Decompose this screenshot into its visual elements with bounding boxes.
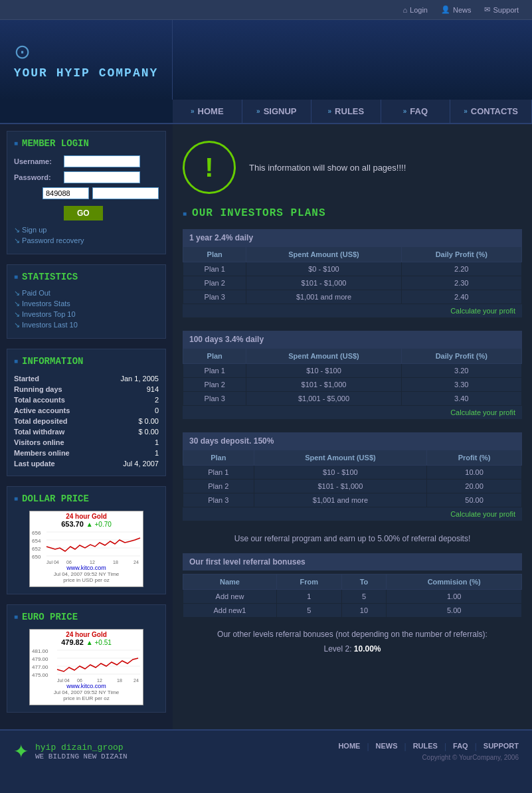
- paid-out-link[interactable]: Paid Out: [14, 289, 159, 298]
- content: ! This information will show on all page…: [173, 124, 532, 729]
- nav-faq[interactable]: FAQ: [381, 100, 451, 123]
- footer-logo-text: hyip dizain_groop: [35, 743, 128, 752]
- logo-text: YOUR HYIP COMPANY: [14, 66, 159, 80]
- support-link[interactable]: ✉ Support: [484, 5, 519, 14]
- dollar-price: 653.70: [61, 520, 84, 528]
- table-row: Running days914: [14, 384, 159, 395]
- nav: HOME SIGNUP RULES FAQ CONTACTS: [0, 100, 532, 124]
- dollar-price-title: DOLLAR PRICE: [14, 493, 159, 504]
- euro-change: ▲ +0.51: [86, 639, 112, 646]
- dollar-chart-svg: 656 654 652 650 Jul 04 06: [32, 528, 141, 565]
- signup-link[interactable]: Sign up: [14, 226, 159, 234]
- table-row: Plan 2$101 - $1,0002.30: [183, 276, 522, 290]
- footer-home-link[interactable]: HOME: [338, 742, 360, 751]
- svg-text:18: 18: [113, 560, 118, 565]
- euro-price-title: EURO PRICE: [14, 612, 159, 622]
- nav-signup[interactable]: SIGNUP: [242, 100, 312, 123]
- table-row: Members online1: [14, 448, 159, 458]
- table-row: Plan Spent Amount (US$) Profit (%): [183, 450, 522, 466]
- euro-chart: 24 hour Gold 479.82 ▲ +0.51 481.00 479.0…: [29, 629, 143, 705]
- footer-rules-link[interactable]: RULES: [413, 742, 438, 751]
- other-ref-text: Our other levels referral bonuses (not d…: [183, 628, 522, 656]
- auth-links: Sign up Password recovery: [14, 226, 159, 245]
- support-icon: ✉: [484, 5, 490, 14]
- logo-area: ⊙ YOUR HYIP COMPANY: [0, 20, 173, 100]
- plan-3-table: Plan Spent Amount (US$) Profit (%) Plan …: [183, 450, 522, 507]
- dollar-change: ▲ +0.70: [86, 521, 112, 528]
- footer-logo-icon: ✦: [13, 741, 29, 762]
- investors-top-link[interactable]: Investors Top 10: [14, 310, 159, 319]
- footer-links: HOME | NEWS | RULES | FAQ | SUPPORT Copy…: [338, 742, 519, 761]
- calc-profit-3-link[interactable]: Calculate your profit: [183, 507, 522, 521]
- info-icon: !: [183, 141, 236, 194]
- dollar-chart-date: Jul 04, 2007 09:52 NY Time: [31, 571, 141, 577]
- username-input[interactable]: [64, 155, 140, 167]
- nav-contacts[interactable]: CONTACTS: [450, 100, 532, 123]
- dollar-chart-url: www.kitco.com: [31, 565, 141, 571]
- go-btn-row: GO: [14, 205, 159, 220]
- svg-text:475.00: 475.00: [32, 672, 48, 678]
- investors-plans-header: OUR INVESTORS PLANS: [183, 207, 522, 219]
- nav-home[interactable]: HOME: [173, 100, 242, 123]
- investors-stats-link[interactable]: Investors Stats: [14, 300, 159, 308]
- home-icon: ⌂: [402, 6, 407, 14]
- table-row: StartedJan 1, 2005: [14, 373, 159, 384]
- footer-logo: ✦ hyip dizain_groop WE BILDING NEW DIZAI…: [13, 741, 128, 762]
- information-section: INFORMATION StartedJan 1, 2005 Running d…: [7, 349, 166, 476]
- euro-price-row: 479.82 ▲ +0.51: [31, 638, 141, 646]
- svg-text:06: 06: [66, 560, 72, 565]
- password-input[interactable]: [64, 171, 140, 183]
- svg-rect-14: [32, 646, 141, 683]
- svg-rect-0: [32, 528, 141, 565]
- footer-support-link[interactable]: SUPPORT: [484, 742, 519, 751]
- info-banner: ! This information will show on all page…: [183, 134, 522, 207]
- password-recovery-link[interactable]: Password recovery: [14, 236, 159, 245]
- dollar-chart: 24 hour Gold 653.70 ▲ +0.70 656 654 652 …: [29, 511, 143, 587]
- login-link[interactable]: ⌂ Login: [402, 6, 428, 14]
- svg-text:652: 652: [32, 546, 41, 552]
- dollar-chart-unit: price in USD per oz: [31, 577, 141, 583]
- investors-last-link[interactable]: Investors Last 10: [14, 321, 159, 329]
- footer-copyright: Copyright © YourCompany, 2006: [422, 754, 519, 761]
- svg-text:654: 654: [32, 538, 41, 544]
- euro-chart-date: Jul 04, 2007 09:52 NY Time: [31, 689, 141, 695]
- svg-text:477.00: 477.00: [32, 664, 48, 670]
- svg-text:24: 24: [133, 560, 139, 565]
- password-label: Password:: [14, 173, 64, 181]
- logo-icon: ⊙: [14, 40, 159, 63]
- password-row: Password:: [14, 171, 159, 183]
- calc-profit-2-link[interactable]: Calculate your profit: [183, 406, 522, 419]
- table-row: Active accounts0: [14, 405, 159, 416]
- plan-3-header: 30 days deposit. 150%: [183, 432, 522, 450]
- news-icon: 👤: [441, 5, 450, 14]
- euro-chart-title: 24 hour Gold: [31, 631, 141, 638]
- nav-items: HOME SIGNUP RULES FAQ CONTACTS: [173, 100, 532, 123]
- svg-text:12: 12: [97, 678, 102, 683]
- svg-text:650: 650: [32, 554, 41, 560]
- investors-plans-title: OUR INVESTORS PLANS: [192, 207, 325, 219]
- euro-chart-svg: 481.00 479.00 477.00 475.00 Jul 04 06 12…: [32, 646, 141, 683]
- table-row: Plan 1$10 - $1003.20: [183, 364, 522, 378]
- svg-text:18: 18: [117, 678, 122, 683]
- footer-faq-link[interactable]: FAQ: [453, 742, 468, 751]
- plan-block-2: 100 days 3.4% daily Plan Spent Amount (U…: [183, 331, 522, 419]
- captcha-input[interactable]: [92, 187, 159, 199]
- plan-1-header: 1 year 2.4% daily: [183, 229, 522, 246]
- calc-profit-1-link[interactable]: Calculate your profit: [183, 304, 522, 317]
- nav-rules[interactable]: RULES: [311, 100, 381, 123]
- info-table: StartedJan 1, 2005 Running days914 Total…: [14, 373, 159, 469]
- news-link[interactable]: 👤 News: [441, 5, 472, 14]
- dollar-price-section: DOLLAR PRICE 24 hour Gold 653.70 ▲ +0.70…: [7, 486, 166, 594]
- footer-news-link[interactable]: NEWS: [376, 742, 398, 751]
- svg-text:Jul 04: Jul 04: [46, 560, 59, 565]
- dollar-price-row: 653.70 ▲ +0.70: [31, 520, 141, 528]
- euro-chart-url: www.kitco.com: [31, 683, 141, 689]
- table-row: Total deposited$ 0.00: [14, 416, 159, 426]
- table-row: Plan Spent Amount (US$) Daily Profit (%): [183, 247, 522, 262]
- plan-block-1: 1 year 2.4% daily Plan Spent Amount (US$…: [183, 229, 522, 317]
- table-row: Total accounts2: [14, 395, 159, 405]
- svg-text:481.00: 481.00: [32, 648, 48, 654]
- table-row: Last updateJul 4, 2007: [14, 458, 159, 469]
- captcha-display: [43, 187, 89, 199]
- go-button[interactable]: GO: [64, 206, 103, 220]
